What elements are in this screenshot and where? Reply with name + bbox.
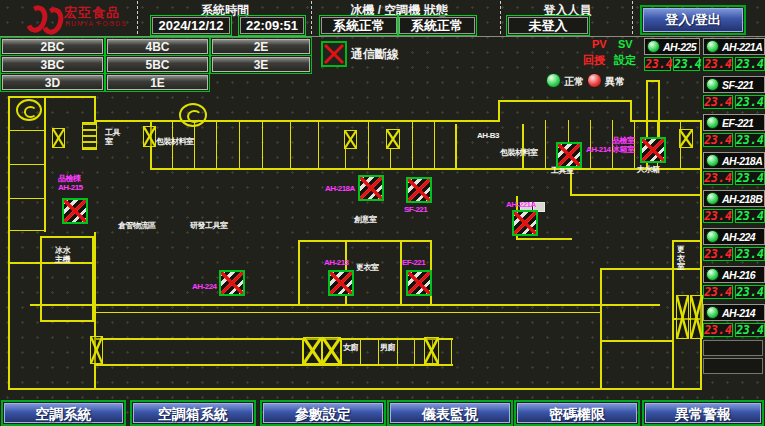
unit-name-label: AH-218B <box>722 193 762 205</box>
floor-button-4bc[interactable]: 4BC <box>107 39 208 54</box>
ahu-device-icon-fault[interactable] <box>62 198 88 224</box>
login-logout-button[interactable]: 登入/登出 <box>643 8 743 32</box>
unit-pv-value: 23.4 <box>703 247 733 261</box>
unit-tile-ah-214[interactable]: AH-214 <box>703 304 765 321</box>
unit-sv-value: 23.4 <box>735 95 765 109</box>
ahu-device-label: AH-224 <box>192 283 217 292</box>
wall-segment <box>451 338 452 364</box>
ahu-device-icon-fault[interactable] <box>640 137 666 163</box>
header-divider <box>632 1 634 34</box>
ahu-device-label: AH-218A <box>325 185 355 194</box>
wall-segment <box>40 236 94 238</box>
wall-segment <box>94 120 500 122</box>
unit-tile-ah-216[interactable]: AH-216 <box>703 266 765 283</box>
shaft-x-icon <box>52 128 65 148</box>
wall-segment <box>672 240 702 242</box>
wall-segment <box>150 168 702 170</box>
unit-sv-value: 23.4 <box>735 171 765 185</box>
wall-segment <box>216 120 217 168</box>
unit-status-led-icon <box>706 40 719 53</box>
unit-sv-value: 23.4 <box>735 209 765 223</box>
unit-tile-ah-218a[interactable]: AH-218A <box>703 152 765 169</box>
wall-segment <box>95 338 453 340</box>
wall-segment <box>95 312 600 313</box>
room-label: 更衣室 <box>677 246 688 272</box>
nav-button-密碼權限[interactable]: 密碼權限 <box>517 403 637 423</box>
floor-button-2e[interactable]: 2E <box>212 39 310 54</box>
floor-button-3d[interactable]: 3D <box>2 75 103 90</box>
unit-tile-ah-218b[interactable]: AH-218B <box>703 190 765 207</box>
unit-pv-value: 23.4 <box>703 209 733 223</box>
unit-tile-ah-224[interactable]: AH-224 <box>703 228 765 245</box>
wall-segment <box>600 268 602 388</box>
wall-segment <box>8 96 96 98</box>
floor-button-1e[interactable]: 1E <box>107 75 208 90</box>
wall-segment <box>570 194 702 196</box>
unit-name-label: AH-218A <box>722 155 762 167</box>
comm-broken-icon <box>321 41 347 67</box>
unit-tile-sf-221[interactable]: SF-221 <box>703 76 765 93</box>
wall-segment <box>44 96 46 232</box>
shaft-x-icon <box>690 295 703 339</box>
wall-segment <box>378 338 379 364</box>
unit-sv-value: 23.4 <box>735 247 765 261</box>
ahu-device-label: AH-213 <box>324 259 349 268</box>
wall-segment <box>498 100 500 120</box>
nav-button-參數設定[interactable]: 參數設定 <box>263 403 383 423</box>
header-divider <box>500 1 502 34</box>
wall-segment <box>262 120 263 168</box>
header-separator <box>0 36 765 37</box>
wall-segment <box>345 148 346 168</box>
unit-tile-ah-225[interactable]: AH-225 <box>644 38 700 55</box>
nav-button-儀表監視[interactable]: 儀表監視 <box>390 403 510 423</box>
unit-name-label: AH-221A <box>722 41 762 53</box>
ahu-device-icon-fault[interactable] <box>406 270 432 296</box>
unit-sv-value: 23.4 <box>735 57 765 71</box>
unit-status-led-icon <box>706 306 719 319</box>
ahu-device-icon-fault[interactable] <box>512 210 538 236</box>
floor-button-5bc[interactable]: 5BC <box>107 57 208 72</box>
ahu-device-icon-fault[interactable] <box>219 270 245 296</box>
wall-segment <box>94 96 96 122</box>
nav-button-空調系統[interactable]: 空調系統 <box>4 403 123 423</box>
room-label: 工具室 <box>105 129 127 146</box>
chiller-status-value: 系統正常 <box>321 17 397 34</box>
wall-segment <box>646 80 658 82</box>
wall-segment <box>8 262 96 264</box>
ahu-device-icon-fault[interactable] <box>328 270 354 296</box>
unit-sv-value: 23.4 <box>735 133 765 147</box>
header-divider <box>137 1 139 34</box>
unit-sv-value: 23.4 <box>735 285 765 299</box>
unit-name-label: AH-216 <box>722 269 755 281</box>
ahu-device-icon-fault[interactable] <box>358 175 384 201</box>
wall-segment <box>298 240 300 305</box>
unit-sv-value: 23.4 <box>673 57 700 71</box>
wall-segment <box>40 236 42 322</box>
sv-name-label: 設定 <box>614 53 636 68</box>
nav-button-異常警報[interactable]: 異常警報 <box>645 403 761 423</box>
normal-led-label: 正常 <box>564 75 584 89</box>
abnormal-led-icon <box>587 73 602 88</box>
ahu-device-icon-fault[interactable] <box>556 142 582 168</box>
ahu-device-label: SF-221 <box>404 206 427 215</box>
unit-name-label: SF-221 <box>722 79 753 91</box>
shaft-x-icon <box>143 126 156 147</box>
brand-logo-icon <box>26 3 60 31</box>
floor-button-2bc[interactable]: 2BC <box>2 39 103 54</box>
comm-broken-label: 通信斷線 <box>351 46 399 63</box>
wall-segment <box>455 124 457 168</box>
ahu-device-icon-fault[interactable] <box>406 177 432 203</box>
shaft-x-icon <box>344 130 357 149</box>
nav-button-空調箱系統[interactable]: 空調箱系統 <box>133 403 253 423</box>
unit-tile-ah-221a[interactable]: AH-221A <box>703 38 765 55</box>
wall-segment <box>341 338 342 364</box>
wall-segment <box>672 240 674 388</box>
room-label: 女廁 <box>343 344 361 353</box>
unit-status-led-icon <box>706 230 719 243</box>
floor-button-3e[interactable]: 3E <box>212 57 310 72</box>
stairs-icon <box>82 122 97 150</box>
ahu-device-label: 品檢棟AH-215 <box>58 175 83 193</box>
floor-button-3bc[interactable]: 3BC <box>2 57 103 72</box>
unit-tile-ef-221[interactable]: EF-221 <box>703 114 765 131</box>
unit-name-label: AH-214 <box>722 307 755 319</box>
